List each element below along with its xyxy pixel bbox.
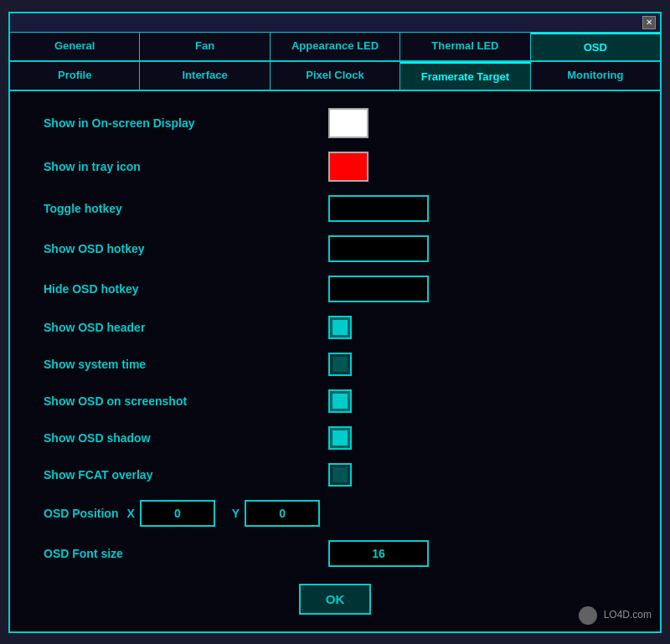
close-button[interactable]: ✕	[642, 16, 656, 29]
show-osd-row: Show in On-screen Display	[44, 108, 626, 138]
x-axis-label: X	[126, 507, 134, 520]
show-osd-screenshot-label: Show OSD on screenshot	[44, 394, 328, 408]
watermark: LO4D.com	[579, 606, 652, 625]
show-tray-label: Show in tray icon	[44, 160, 328, 173]
title-bar: ✕	[10, 13, 660, 33]
watermark-icon	[579, 606, 597, 625]
hide-osd-hotkey-input[interactable]	[328, 276, 429, 302]
tab-osd[interactable]: OSD	[531, 33, 660, 60]
show-fcat-overlay-label: Show FCAT overlay	[44, 468, 328, 482]
osd-x-input[interactable]	[140, 500, 215, 527]
show-tray-row: Show in tray icon	[44, 152, 626, 182]
show-system-time-checkbox[interactable]	[328, 353, 352, 376]
hide-osd-hotkey-label: Hide OSD hotkey	[44, 282, 328, 296]
tab-thermal-led[interactable]: Thermal LED	[400, 33, 530, 60]
osd-font-size-input[interactable]	[328, 540, 429, 567]
tab-pixel-clock[interactable]: Pixel Clock	[271, 62, 400, 90]
tab-fan[interactable]: Fan	[140, 33, 270, 60]
toggle-hotkey-label: Toggle hotkey	[44, 202, 328, 215]
show-osd-color-picker[interactable]	[328, 108, 368, 138]
toggle-hotkey-input[interactable]	[328, 195, 429, 222]
tab-interface[interactable]: Interface	[140, 62, 270, 90]
tabs-row2: Profile Interface Pixel Clock Framerate …	[10, 62, 660, 91]
show-osd-shadow-row: Show OSD shadow	[44, 426, 626, 450]
show-tray-color-picker[interactable]	[328, 152, 368, 182]
show-osd-hotkey-row: Show OSD hotkey	[44, 235, 626, 262]
show-osd-shadow-checkbox[interactable]	[328, 426, 352, 450]
tab-appearance-led[interactable]: Appearance LED	[271, 33, 400, 60]
show-osd-header-label: Show OSD header	[44, 321, 328, 334]
tab-profile[interactable]: Profile	[10, 62, 140, 90]
hide-osd-hotkey-row: Hide OSD hotkey	[44, 276, 626, 302]
show-osd-header-row: Show OSD header	[44, 316, 626, 339]
toggle-hotkey-row: Toggle hotkey	[44, 195, 626, 222]
content-area: Show in On-screen Display Show in tray i…	[10, 91, 660, 631]
tab-general[interactable]: General	[10, 33, 140, 60]
show-osd-header-checkbox[interactable]	[328, 316, 352, 339]
show-system-time-row: Show system time	[44, 353, 626, 376]
show-osd-screenshot-row: Show OSD on screenshot	[44, 389, 626, 413]
show-osd-hotkey-label: Show OSD hotkey	[44, 242, 328, 255]
show-fcat-overlay-row: Show FCAT overlay	[44, 463, 626, 487]
ok-button[interactable]: OK	[299, 584, 372, 615]
tabs-row1: General Fan Appearance LED Thermal LED O…	[10, 33, 660, 62]
show-osd-screenshot-checkbox[interactable]	[328, 389, 352, 413]
osd-position-label: OSD Position	[44, 507, 118, 520]
osd-y-input[interactable]	[245, 500, 320, 527]
y-axis-label: Y	[232, 507, 240, 520]
show-system-time-label: Show system time	[44, 358, 328, 371]
show-osd-hotkey-input[interactable]	[328, 235, 429, 262]
osd-font-size-label: OSD Font size	[44, 547, 328, 560]
show-osd-shadow-label: Show OSD shadow	[44, 431, 328, 445]
show-osd-label: Show in On-screen Display	[44, 116, 328, 130]
osd-font-size-row: OSD Font size	[44, 540, 626, 567]
show-fcat-overlay-checkbox[interactable]	[328, 463, 352, 487]
tab-monitoring[interactable]: Monitoring	[531, 62, 660, 90]
main-window: ✕ General Fan Appearance LED Thermal LED…	[8, 12, 662, 633]
osd-position-row: OSD Position X Y	[44, 500, 626, 527]
tab-framerate-target[interactable]: Framerate Target	[400, 62, 530, 90]
